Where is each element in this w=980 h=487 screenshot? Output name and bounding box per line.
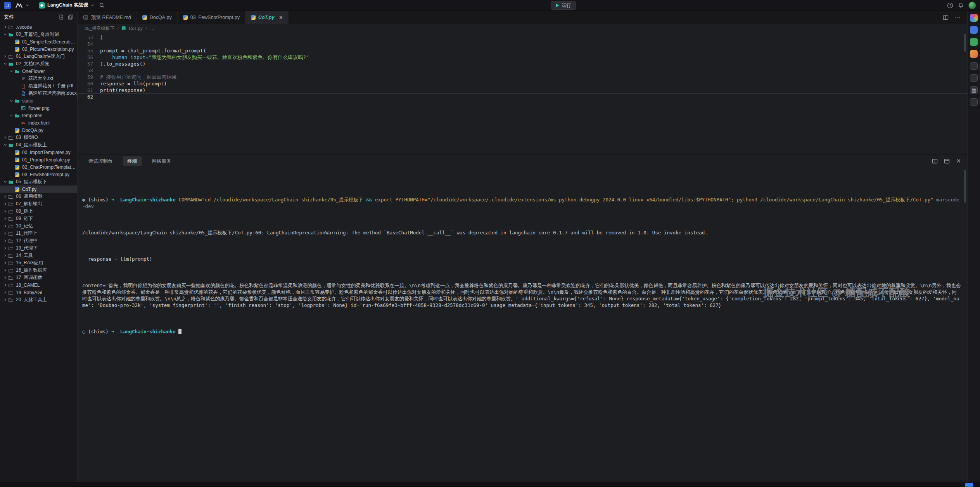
tree-item[interactable]: templates <box>0 112 77 119</box>
tree-item[interactable]: 12_代理中 <box>0 237 77 244</box>
tree-item[interactable]: 01_LangChain快速入门 <box>0 53 77 60</box>
new-file-icon[interactable] <box>59 14 64 20</box>
tree-item-label: 15_RAG应用 <box>16 260 43 266</box>
folder-icon <box>8 297 14 303</box>
split-editor-icon[interactable] <box>943 15 949 21</box>
text-segment: ➜ <box>111 329 120 334</box>
folder-icon <box>8 282 14 288</box>
tree-item[interactable]: 08_链上 <box>0 208 77 215</box>
editor-tab[interactable]: 03_FewShotPrompt.py <box>178 11 245 24</box>
close-tab-icon[interactable]: × <box>279 15 282 20</box>
text-segment: ● <box>82 197 88 203</box>
editor-tab[interactable]: CoT.py × <box>245 11 289 24</box>
text-segment <box>178 329 181 334</box>
tree-item[interactable]: 18_CAMEL <box>0 281 77 289</box>
code-editor[interactable]: 53 ) 54 55 prompt = chat_prompt.format_p… <box>78 33 967 154</box>
run-button[interactable]: 运行 <box>551 1 576 10</box>
workspace-switcher[interactable]: LangChain 实战课 <box>39 2 94 9</box>
breadcrumb-symbol[interactable]: … <box>150 26 155 31</box>
chevron-down-icon <box>9 99 14 102</box>
tree-item[interactable]: 17_回调函数 <box>0 274 77 281</box>
app-logo-icon[interactable] <box>4 2 11 9</box>
tree-item[interactable]: 20_人脉工具上 <box>0 296 77 303</box>
breadcrumb-folder[interactable]: 05_提示模板下 <box>85 26 114 31</box>
breadcrumb-file[interactable]: CoT.py <box>129 26 143 31</box>
terminal-scrollbar-thumb[interactable] <box>964 170 966 203</box>
editor-tab[interactable]: DocQA.py <box>137 11 178 24</box>
assistant-corner-icon[interactable] <box>965 483 973 487</box>
tree-item[interactable]: .vscode <box>0 23 77 31</box>
tree-item[interactable]: 01_PromptTemplate.py <box>0 156 77 163</box>
tree-item-label: 11_代理上 <box>16 230 37 237</box>
chat-extension-icon[interactable] <box>970 38 978 46</box>
panel-tab[interactable]: 终端 <box>123 156 142 166</box>
tree-item-label: 13_代理下 <box>16 245 38 251</box>
tools-extension-icon[interactable] <box>970 50 978 58</box>
tree-item[interactable]: 00_ImportTemplates.py <box>0 149 77 156</box>
extension-icon-5[interactable] <box>970 62 978 70</box>
panel-tab[interactable]: 调试控制台 <box>84 156 118 166</box>
tree-item[interactable]: CoT.py <box>0 185 77 193</box>
tree-item[interactable]: <> index.html <box>0 119 77 127</box>
ide-window: LangChain 实战课 运行 ? 文件 <box>0 0 980 487</box>
apps-grid-icon[interactable] <box>970 86 978 94</box>
terminal-output[interactable]: ● (shims) ➜ LangChain-shizhanke COMMAND=… <box>78 168 967 348</box>
tree-item[interactable]: 02_文档QA系统 <box>0 60 77 68</box>
editor-tab[interactable]: 预览 README.md <box>78 11 137 24</box>
panel-tab-label: 调试控制台 <box>88 158 113 164</box>
extension-icon-8[interactable] <box>970 98 978 106</box>
folder-open-icon <box>14 113 20 118</box>
tree-item-label: 06_调用模型 <box>16 193 42 200</box>
close-panel-icon[interactable]: ✕ <box>956 158 961 165</box>
tree-item[interactable]: OneFlower <box>0 68 77 75</box>
bell-icon[interactable] <box>958 2 964 8</box>
tree-item[interactable]: 10_记忆 <box>0 222 77 230</box>
tree-item[interactable]: 04_提示模板上 <box>0 141 77 149</box>
editor-scrollbar-thumb[interactable] <box>964 34 966 52</box>
tree-item[interactable]: 14_工具 <box>0 252 77 259</box>
chevron-right-icon <box>2 269 8 272</box>
collapse-folders-icon[interactable] <box>68 14 73 20</box>
ai-extension-icon[interactable] <box>970 14 978 22</box>
line-number: 54 <box>78 41 93 47</box>
marscode-mountain-icon <box>16 3 24 8</box>
text-segment: export PYTHONPATH="/cloudide/workspace/.… <box>375 197 936 203</box>
docs-extension-icon[interactable] <box>970 26 978 34</box>
tree-item[interactable]: 09_链下 <box>0 215 77 222</box>
python-icon <box>251 15 256 20</box>
tree-item[interactable]: 02_PictureDescription.py <box>0 45 77 53</box>
chevron-down-icon <box>2 62 8 66</box>
more-actions-icon[interactable]: ⋯ <box>955 14 961 21</box>
tree-item[interactable]: flower.png <box>0 104 77 112</box>
search-icon[interactable] <box>99 2 105 8</box>
tree-item[interactable]: 花语大全.txt <box>0 75 77 82</box>
tree-item[interactable]: 07_解析输出 <box>0 200 77 208</box>
terminal-line: ○ (shims) ➜ LangChain-shizhanke <box>82 328 961 335</box>
tree-item[interactable]: 03_FewShotPrompt.py <box>0 171 77 178</box>
panel-tab[interactable]: 网络服务 <box>147 156 176 166</box>
tree-item[interactable]: 19_BabyAGI <box>0 289 77 296</box>
code-line: 57 ).to_messages() <box>78 61 967 67</box>
tree-item[interactable]: 01_SimpleTextGeneration.py <box>0 38 77 45</box>
tree-item-label: 19_BabyAGI <box>16 290 42 295</box>
tree-item[interactable]: 13_代理下 <box>0 244 77 252</box>
tree-item[interactable]: 06_调用模型 <box>0 193 77 200</box>
extension-icon-6[interactable] <box>970 74 978 82</box>
tree-item-label: templates <box>22 113 42 118</box>
tree-item[interactable]: 11_代理上 <box>0 230 77 237</box>
tree-item[interactable]: 易速鲜花员工手册.pdf <box>0 82 77 90</box>
marscode-logo[interactable] <box>16 3 29 8</box>
split-terminal-icon[interactable] <box>932 158 938 164</box>
tree-item[interactable]: DocQA.py <box>0 127 77 134</box>
tree-item[interactable]: 02_ChatPromptTemplate.py <box>0 163 77 171</box>
avatar[interactable] <box>968 2 976 9</box>
tree-item[interactable]: 易速鲜花运营指南.docx <box>0 90 77 97</box>
tree-item[interactable]: 16_操作数据库 <box>0 267 77 274</box>
tree-item[interactable]: 05_提示模板下 <box>0 178 77 185</box>
tree-item[interactable]: static <box>0 97 77 104</box>
tree-item[interactable]: 15_RAG应用 <box>0 259 77 267</box>
maximize-panel-icon[interactable] <box>944 158 950 164</box>
tree-item[interactable]: 03_模型IO <box>0 134 77 141</box>
help-icon[interactable]: ? <box>947 2 953 9</box>
tree-item[interactable]: 00_开篇词_奇点时刻 <box>0 31 77 38</box>
